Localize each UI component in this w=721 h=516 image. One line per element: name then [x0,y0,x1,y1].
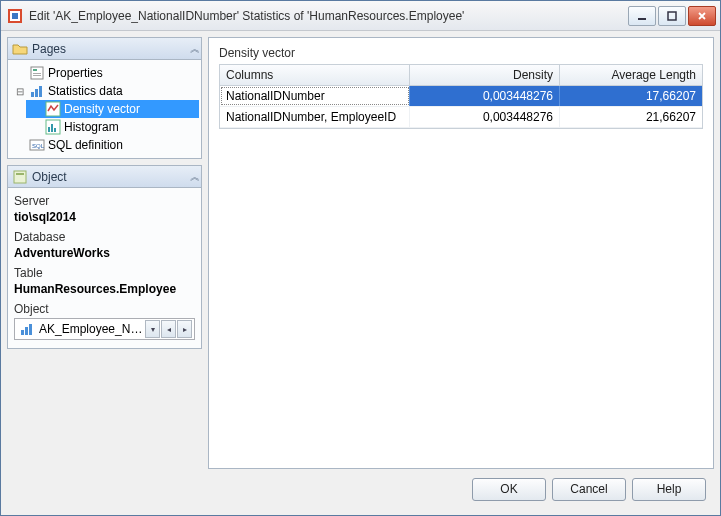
svg-text:SQL: SQL [32,143,45,149]
window-buttons [628,6,716,26]
table-row[interactable]: NationalIDNumber 0,003448276 17,66207 [220,86,702,107]
object-icon [12,169,28,185]
svg-rect-14 [48,127,50,132]
svg-rect-4 [668,12,676,20]
tree-item-label: Statistics data [48,84,123,98]
server-label: Server [14,194,195,208]
ok-button[interactable]: OK [472,478,546,501]
main-panel: Density vector Columns Density Average L… [208,37,714,469]
dialog-body: Pages ︽ Properties ⊟ Statistics data [1,31,720,515]
tree-children: Density vector Histogram [10,100,199,136]
cell-columns: NationalIDNumber, EmployeeID [220,107,410,127]
tree-item-histogram[interactable]: Histogram [26,118,199,136]
sql-icon: SQL [29,137,45,153]
object-panel-body: Server tio\sql2014 Database AdventureWor… [8,188,201,348]
database-label: Database [14,230,195,244]
svg-rect-22 [25,327,28,335]
tree-item-properties[interactable]: Properties [10,64,199,82]
tree-toggle-expanded[interactable]: ⊟ [14,86,26,97]
svg-rect-3 [638,18,646,20]
minimize-button[interactable] [628,6,656,26]
svg-rect-16 [54,128,56,132]
object-panel: Object ︽ Server tio\sql2014 Database Adv… [7,165,202,349]
tree-item-label: Properties [48,66,103,80]
pages-tree: Properties ⊟ Statistics data Density vec… [8,60,201,158]
folder-icon [12,41,28,57]
svg-rect-23 [29,324,32,335]
svg-rect-19 [14,171,26,183]
tree-item-label: SQL definition [48,138,123,152]
cell-avg-length: 17,66207 [560,86,702,106]
svg-rect-6 [33,69,37,71]
cell-density: 0,003448276 [410,107,560,127]
grid-header: Columns Density Average Length [220,65,702,86]
svg-rect-9 [31,92,34,97]
window-title: Edit 'AK_Employee_NationalIDNumber' Stat… [29,9,628,23]
svg-rect-11 [39,86,42,97]
density-grid: Columns Density Average Length NationalI… [219,64,703,129]
cell-columns: NationalIDNumber [220,86,410,106]
svg-rect-2 [12,13,18,19]
cell-density: 0,003448276 [410,86,560,106]
histogram-icon [45,119,61,135]
tree-item-sql-definition[interactable]: SQL SQL definition [10,136,199,154]
table-value: HumanResources.Employee [14,282,195,296]
table-label: Table [14,266,195,280]
maximize-button[interactable] [658,6,686,26]
titlebar: Edit 'AK_Employee_NationalIDNumber' Stat… [1,1,720,31]
column-header-avg-length[interactable]: Average Length [560,65,702,85]
tree-item-density-vector[interactable]: Density vector [26,100,199,118]
combo-prev-button[interactable]: ◂ [161,320,176,338]
chart-icon [29,83,45,99]
column-header-columns[interactable]: Columns [220,65,410,85]
dialog-window: Edit 'AK_Employee_NationalIDNumber' Stat… [0,0,721,516]
collapse-icon: ︽ [190,170,197,184]
server-value: tio\sql2014 [14,210,195,224]
tree-item-statistics-data[interactable]: ⊟ Statistics data [10,82,199,100]
pages-panel: Pages ︽ Properties ⊟ Statistics data [7,37,202,159]
svg-rect-8 [33,75,41,76]
right-column: Density vector Columns Density Average L… [208,37,714,509]
tree-item-label: Histogram [64,120,119,134]
svg-rect-21 [21,330,24,335]
combo-next-button[interactable]: ▸ [177,320,192,338]
svg-rect-7 [33,73,41,74]
cancel-button[interactable]: Cancel [552,478,626,501]
button-bar: OK Cancel Help [208,469,714,509]
tree-item-label: Density vector [64,102,140,116]
object-combo[interactable]: AK_Employee_Natio... ▾ ◂ ▸ [14,318,195,340]
app-icon [7,8,23,24]
section-label: Density vector [219,46,703,60]
column-header-density[interactable]: Density [410,65,560,85]
cell-avg-length: 21,66207 [560,107,702,127]
svg-rect-10 [35,89,38,97]
combo-dropdown-button[interactable]: ▾ [145,320,160,338]
svg-rect-15 [51,124,53,132]
object-combo-text: AK_Employee_Natio... [39,322,144,336]
pages-panel-title: Pages [32,42,190,56]
stats-icon [19,321,35,337]
object-label: Object [14,302,195,316]
svg-rect-20 [16,173,24,175]
object-panel-header[interactable]: Object ︽ [8,166,201,188]
object-panel-title: Object [32,170,190,184]
help-button[interactable]: Help [632,478,706,501]
density-icon [45,101,61,117]
table-row[interactable]: NationalIDNumber, EmployeeID 0,003448276… [220,107,702,128]
collapse-icon: ︽ [190,42,197,56]
database-value: AdventureWorks [14,246,195,260]
pages-panel-header[interactable]: Pages ︽ [8,38,201,60]
properties-icon [29,65,45,81]
close-button[interactable] [688,6,716,26]
left-column: Pages ︽ Properties ⊟ Statistics data [7,37,202,509]
